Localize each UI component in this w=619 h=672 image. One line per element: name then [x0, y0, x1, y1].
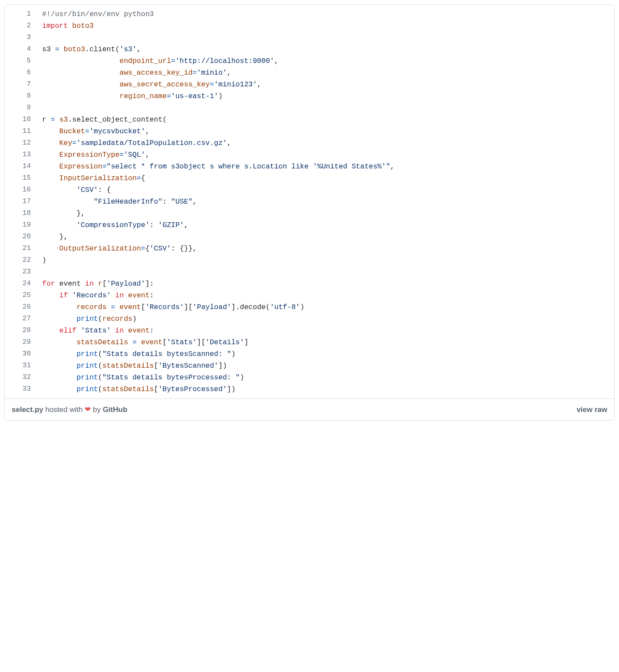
- line-source[interactable]: elif 'Stats' in event:: [37, 325, 614, 336]
- line-number[interactable]: 33: [5, 383, 37, 399]
- line-number[interactable]: 22: [5, 254, 37, 266]
- line-source[interactable]: import boto3: [37, 20, 614, 32]
- line-source[interactable]: 'CSV': {: [37, 184, 614, 196]
- line-number[interactable]: 29: [5, 336, 37, 348]
- line-source[interactable]: },: [37, 208, 614, 219]
- code-token: 'sampledata/TotalPopulation.csv.gz': [76, 139, 227, 147]
- code-token: },: [42, 233, 68, 241]
- code-token: s3: [59, 115, 68, 124]
- code-token: r: [98, 280, 102, 288]
- line-source[interactable]: print(records): [37, 313, 614, 325]
- line-number[interactable]: 30: [5, 348, 37, 360]
- code-token: [107, 303, 111, 311]
- code-token: =: [119, 151, 124, 159]
- code-token: 'Details': [205, 338, 244, 346]
- line-number[interactable]: 5: [5, 55, 37, 67]
- line-source[interactable]: aws_secret_access_key='minio123',: [37, 79, 614, 90]
- code-line: 28 elif 'Stats' in event:: [5, 325, 614, 336]
- line-number[interactable]: 18: [5, 208, 37, 219]
- line-number[interactable]: 10: [5, 114, 37, 125]
- line-source[interactable]: Bucket='mycsvbucket',: [37, 125, 614, 137]
- line-number[interactable]: 15: [5, 172, 37, 184]
- code-token: [42, 151, 59, 159]
- code-token: [94, 280, 98, 288]
- code-area[interactable]: 1#!/usr/bin/env/env python32import boto3…: [5, 5, 614, 399]
- line-source[interactable]: records = event['Records']['Payload'].de…: [37, 301, 614, 313]
- gist-filename-link[interactable]: select.py: [12, 405, 43, 414]
- code-token: [55, 115, 59, 124]
- line-source[interactable]: OutputSerialization={'CSV': {}},: [37, 243, 614, 254]
- line-number[interactable]: 4: [5, 43, 37, 55]
- code-token: ): [132, 315, 137, 323]
- code-token: [42, 303, 76, 311]
- code-token: ): [218, 92, 223, 100]
- line-number[interactable]: 24: [5, 278, 37, 290]
- code-token: .: [85, 45, 89, 53]
- code-token: =: [72, 139, 76, 147]
- line-number[interactable]: 2: [5, 20, 37, 32]
- code-token: :: [150, 291, 154, 300]
- line-source[interactable]: print(statsDetails['BytesProcessed']): [37, 383, 614, 399]
- line-number[interactable]: 7: [5, 79, 37, 90]
- line-number[interactable]: 28: [5, 325, 37, 336]
- line-source[interactable]: },: [37, 231, 614, 243]
- line-source[interactable]: "FileHeaderInfo": "USE",: [37, 196, 614, 208]
- code-token: "Stats details bytesProcessed: ": [102, 373, 240, 382]
- view-raw-link[interactable]: view raw: [576, 405, 607, 414]
- line-number[interactable]: 3: [5, 32, 37, 43]
- line-source[interactable]: endpoint_url='http://localhost:9000',: [37, 55, 614, 67]
- code-token: : {}},: [171, 244, 197, 253]
- line-source[interactable]: [37, 102, 614, 114]
- line-number[interactable]: 19: [5, 219, 37, 231]
- line-source[interactable]: for event in r['Payload']:: [37, 278, 614, 290]
- line-source[interactable]: ): [37, 254, 614, 266]
- line-number[interactable]: 1: [5, 5, 37, 20]
- code-line: 20 },: [5, 231, 614, 243]
- line-number[interactable]: 13: [5, 149, 37, 161]
- line-number[interactable]: 6: [5, 67, 37, 79]
- line-source[interactable]: print("Stats details bytesProcessed: "): [37, 372, 614, 383]
- line-source[interactable]: s3 = boto3.client('s3',: [37, 43, 614, 55]
- code-token: 'utf-8': [270, 303, 300, 311]
- line-number[interactable]: 11: [5, 125, 37, 137]
- code-token: (: [98, 315, 102, 323]
- line-source[interactable]: [37, 32, 614, 43]
- line-number[interactable]: 32: [5, 372, 37, 383]
- line-number[interactable]: 31: [5, 360, 37, 372]
- line-source[interactable]: [37, 266, 614, 278]
- line-number[interactable]: 9: [5, 102, 37, 114]
- line-source[interactable]: print(statsDetails['BytesScanned']): [37, 360, 614, 372]
- line-number[interactable]: 21: [5, 243, 37, 254]
- line-source[interactable]: print("Stats details bytesScanned: "): [37, 348, 614, 360]
- code-token: ,: [227, 139, 231, 147]
- code-token: [42, 198, 94, 206]
- code-token: ]:: [145, 280, 154, 288]
- line-source[interactable]: aws_access_key_id='minio',: [37, 67, 614, 79]
- code-token: (: [98, 362, 102, 370]
- line-source[interactable]: Expression="select * from s3object s whe…: [37, 161, 614, 172]
- line-number[interactable]: 25: [5, 290, 37, 301]
- line-source[interactable]: region_name='us-east-1'): [37, 90, 614, 102]
- line-source[interactable]: InputSerialization={: [37, 172, 614, 184]
- line-number[interactable]: 12: [5, 137, 37, 149]
- line-number[interactable]: 14: [5, 161, 37, 172]
- line-source[interactable]: #!/usr/bin/env/env python3: [37, 5, 614, 20]
- line-number[interactable]: 16: [5, 184, 37, 196]
- line-number[interactable]: 8: [5, 90, 37, 102]
- code-token: 'Records': [145, 303, 184, 311]
- line-source[interactable]: statsDetails = event['Stats']['Details']: [37, 336, 614, 348]
- line-number[interactable]: 20: [5, 231, 37, 243]
- github-link[interactable]: GitHub: [103, 405, 128, 414]
- line-source[interactable]: r = s3.select_object_content(: [37, 114, 614, 125]
- line-number[interactable]: 27: [5, 313, 37, 325]
- line-source[interactable]: if 'Records' in event:: [37, 290, 614, 301]
- line-number[interactable]: 26: [5, 301, 37, 313]
- line-source[interactable]: ExpressionType='SQL',: [37, 149, 614, 161]
- code-token: [42, 244, 59, 253]
- code-token: [: [154, 362, 158, 370]
- line-source[interactable]: 'CompressionType': 'GZIP',: [37, 219, 614, 231]
- code-token: [42, 385, 76, 393]
- line-source[interactable]: Key='sampledata/TotalPopulation.csv.gz',: [37, 137, 614, 149]
- line-number[interactable]: 17: [5, 196, 37, 208]
- line-number[interactable]: 23: [5, 266, 37, 278]
